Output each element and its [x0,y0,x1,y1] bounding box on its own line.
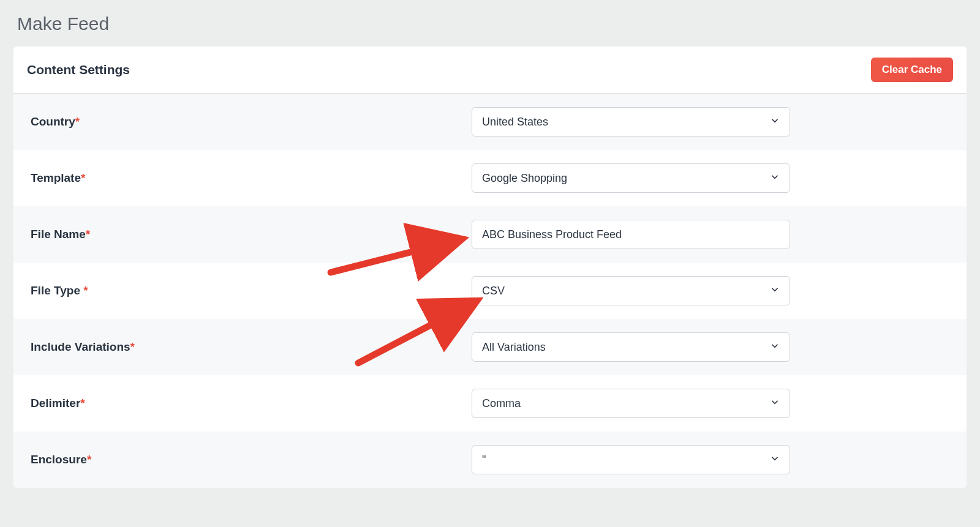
include-variations-select[interactable]: All Variations [472,332,790,362]
row-enclosure: Enclosure* " [13,432,967,488]
control-file-name: ABC Business Product Feed [472,220,790,249]
row-delimiter: Delimiter* Comma [13,375,967,432]
control-country: United States [472,107,790,136]
delimiter-select[interactable]: Comma [472,389,790,418]
control-enclosure: " [472,445,790,474]
enclosure-select[interactable]: " [472,445,790,474]
required-marker: * [87,453,91,466]
label-delimiter: Delimiter* [31,397,472,410]
required-marker: * [75,115,80,128]
card-header-title: Content Settings [27,62,130,77]
control-template: Google Shopping [472,163,790,193]
label-country: Country* [31,115,472,129]
label-template: Template* [31,171,472,185]
file-type-select[interactable]: CSV [472,276,790,305]
form-rows: Country* United States Template* Google … [13,94,967,488]
row-country: Country* United States [13,94,967,150]
country-select[interactable]: United States [472,107,790,136]
row-template: Template* Google Shopping [13,150,967,206]
label-enclosure: Enclosure* [31,453,472,466]
page-title: Make Feed [13,13,967,34]
label-file-type: File Type * [31,284,472,297]
clear-cache-button[interactable]: Clear Cache [871,58,953,82]
required-marker: * [81,171,85,184]
row-file-name: File Name* ABC Business Product Feed [13,206,967,263]
label-file-name: File Name* [31,228,472,241]
card-header: Content Settings Clear Cache [13,47,967,94]
content-settings-card: Content Settings Clear Cache Country* Un… [13,47,967,488]
required-marker: * [80,397,85,409]
template-select[interactable]: Google Shopping [472,163,790,193]
file-name-input[interactable]: ABC Business Product Feed [472,220,790,249]
control-include-variations: All Variations [472,332,790,362]
control-delimiter: Comma [472,389,790,418]
label-include-variations: Include Variations* [31,340,472,354]
required-marker: * [130,340,135,353]
row-include-variations: Include Variations* All Variations [13,319,967,375]
control-file-type: CSV [472,276,790,305]
row-file-type: File Type * CSV [13,263,967,319]
required-marker: * [86,228,90,241]
required-marker: * [83,284,88,297]
